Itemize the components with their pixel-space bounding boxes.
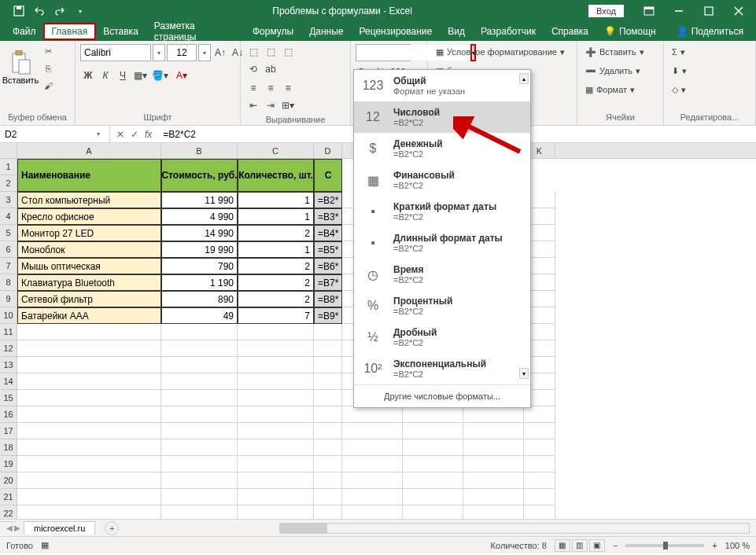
row-header[interactable]: 3 [0,192,17,208]
table-cell[interactable] [314,357,342,373]
maximize-icon[interactable] [695,2,723,20]
table-cell[interactable] [524,423,555,439]
close-icon[interactable] [725,2,753,20]
conditional-format-button[interactable]: ▦Условное форматирование▾ [433,44,568,60]
col-header[interactable]: A [17,143,161,158]
table-cell[interactable]: =B3* [314,208,342,225]
table-cell[interactable] [238,472,314,489]
format-menu-item[interactable]: 10²Экспоненциальный=B2*C2 [354,353,530,384]
underline-icon[interactable]: Ч [115,68,131,83]
copy-icon[interactable]: ⎘ [39,61,57,75]
italic-icon[interactable]: К [98,68,113,83]
row-header[interactable]: 6 [0,241,17,258]
table-cell[interactable] [314,439,342,456]
table-cell[interactable]: Клавиатура Bluetooth [17,274,161,291]
table-cell[interactable] [524,456,555,472]
table-cell[interactable] [17,472,161,489]
row-header[interactable]: 17 [0,423,17,439]
col-header[interactable]: D [314,143,342,158]
minimize-icon[interactable] [665,2,693,20]
border-icon[interactable]: ▦▾ [132,68,148,83]
insert-cells-button[interactable]: ➕Вставить▾ [582,44,647,60]
table-cell[interactable] [342,505,403,519]
table-header-cell[interactable]: С [314,159,342,192]
table-cell[interactable] [17,357,161,373]
indent-inc-icon[interactable]: ⇥ [263,97,278,113]
more-formats-button[interactable]: Другие числовые форматы... [354,384,530,407]
paste-button[interactable]: Вставить [5,44,36,91]
table-cell[interactable] [463,456,524,472]
zoom-slider[interactable] [625,544,704,547]
table-cell[interactable]: 1 [238,208,314,225]
bold-icon[interactable]: Ж [80,68,96,83]
select-all-corner[interactable] [0,143,17,159]
table-cell[interactable] [238,439,314,456]
table-cell[interactable] [238,340,314,357]
table-cell[interactable] [342,406,403,423]
view-pagebreak-icon[interactable]: ▣ [589,539,605,552]
table-cell[interactable] [161,340,238,357]
format-menu-item[interactable]: ▪Краткий формат даты=B2*C2 [354,196,530,227]
format-menu-item[interactable]: $Денежный=B2*C2 [354,133,530,164]
col-header[interactable]: C [238,143,314,158]
table-cell[interactable] [238,423,314,439]
tab-view[interactable]: Вид [440,24,473,39]
table-cell[interactable]: Монитор 27 LED [17,225,161,241]
table-cell[interactable]: 790 [161,258,238,274]
table-cell[interactable] [524,439,555,456]
tab-data[interactable]: Данные [301,24,351,39]
fill-button[interactable]: ⬇▾ [669,63,690,79]
ribbon-options-icon[interactable] [635,2,663,20]
table-cell[interactable] [524,489,555,505]
table-cell[interactable]: 2 [238,225,314,241]
table-cell[interactable] [238,456,314,472]
table-cell[interactable] [161,423,238,439]
font-dropdown-icon[interactable]: ▾ [153,44,165,61]
table-cell[interactable] [161,505,238,519]
table-cell[interactable]: 2 [238,274,314,291]
table-cell[interactable]: 19 990 [161,241,238,258]
view-normal-icon[interactable]: ▦ [555,539,570,552]
table-cell[interactable]: =B7* [314,274,342,291]
row-header[interactable]: 11 [0,324,17,340]
table-cell[interactable] [161,406,238,423]
align-top-icon[interactable]: ⬚ [245,44,261,60]
login-button[interactable]: Вход [588,5,624,17]
table-cell[interactable]: 2 [238,291,314,307]
table-cell[interactable] [238,357,314,373]
table-cell[interactable]: 14 990 [161,225,238,241]
tab-formulas[interactable]: Формулы [245,24,301,39]
scroll-up-icon[interactable]: ▴ [519,73,529,84]
clear-button[interactable]: ◇▾ [669,82,689,97]
row-header[interactable]: 10 [0,307,17,324]
format-menu-item[interactable]: 123ОбщийФормат не указан [354,70,530,101]
table-cell[interactable] [238,390,314,406]
zoom-out-icon[interactable]: − [613,541,618,550]
sheet-nav-next-icon[interactable]: ▶ [14,524,20,532]
row-header[interactable]: 5 [0,225,17,241]
table-cell[interactable] [403,505,463,519]
table-cell[interactable] [403,472,463,489]
tab-insert[interactable]: Вставка [95,24,146,39]
indent-dec-icon[interactable]: ⇤ [245,97,261,113]
font-name-select[interactable] [80,44,151,61]
align-center-icon[interactable]: ≡ [263,80,278,96]
table-cell[interactable]: Сетевой фильтр [17,291,161,307]
tab-help[interactable]: Справка [544,24,596,39]
table-cell[interactable]: 1 [238,192,314,208]
format-cells-button[interactable]: ▦Формат▾ [582,82,638,97]
horizontal-scrollbar[interactable] [279,523,750,534]
table-cell[interactable]: Стол компьютерный [17,192,161,208]
format-menu-item[interactable]: ▪Длинный формат даты=B2*C2 [354,227,530,259]
table-cell[interactable]: 4 990 [161,208,238,225]
table-cell[interactable]: =B8* [314,291,342,307]
table-cell[interactable] [314,489,342,505]
size-dropdown-icon[interactable]: ▾ [198,44,211,61]
table-cell[interactable] [314,472,342,489]
table-cell[interactable]: 1 190 [161,274,238,291]
table-cell[interactable] [238,324,314,340]
zoom-level[interactable]: 100 % [725,541,750,550]
table-cell[interactable]: =B5* [314,241,342,258]
table-cell[interactable]: =B6* [314,258,342,274]
view-pagelayout-icon[interactable]: ▥ [572,539,588,552]
